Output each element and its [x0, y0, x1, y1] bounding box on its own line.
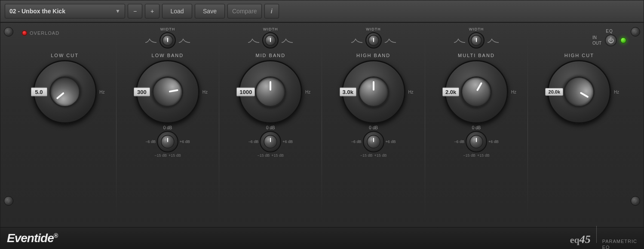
low-cut-large-knob[interactable]: 5.0 Hz — [33, 60, 97, 124]
bands-container: LOW CUT 5.0 Hz WIDTH — [3, 27, 641, 225]
low-band-large-knob[interactable]: 300 Hz — [136, 60, 199, 124]
mid-band-inner-knob[interactable] — [255, 76, 286, 107]
high-band-gain-knob[interactable] — [363, 131, 384, 152]
multi-band-width-knob[interactable] — [468, 32, 485, 49]
high-band-minus15: −15 dB — [360, 153, 373, 158]
high-band-gain-inner — [367, 135, 380, 149]
high-band-bell-right — [384, 36, 397, 44]
mid-band-width-knob[interactable] — [262, 32, 279, 49]
high-band-width-inner — [368, 35, 379, 46]
top-bar: 02 - Unbox the Kick ▼ − + Load Save Comp… — [0, 0, 644, 23]
mid-band-gain-area: 0 dB −6 dB +6 dB −15 dB +15 dB — [248, 125, 293, 158]
high-band-plus6: +6 dB — [386, 140, 396, 144]
multi-band-gain-area: 0 dB −6 dB +6 dB −15 dB +15 dB — [454, 125, 499, 158]
low-band-gain-range: −15 dB +15 dB — [154, 153, 181, 158]
load-button[interactable]: Load — [162, 4, 192, 18]
multi-band-minus6: −6 dB — [454, 140, 464, 144]
mid-band-large-knob[interactable]: 1000 Hz — [239, 60, 302, 124]
high-cut-large-knob[interactable]: 20.0k Hz — [547, 60, 611, 124]
high-band-freq-knob-area: 3.0k Hz — [342, 60, 405, 124]
mid-band-plus15: +15 dB — [271, 153, 284, 158]
high-band-knob-indicator — [373, 81, 374, 91]
high-band-width-area: WIDTH — [350, 27, 397, 49]
dropdown-arrow: ▼ — [115, 8, 120, 14]
screw-top-left — [4, 27, 13, 36]
high-band-bell-left — [350, 36, 363, 44]
mid-band-freq-knob-area: 1000 Hz — [239, 60, 302, 124]
main-area: OVERLOAD EQ IN OUT LOW CUT 5.0 — [0, 23, 644, 227]
mid-band-minus15: −15 dB — [257, 153, 270, 158]
multi-band-inner-knob[interactable] — [455, 71, 497, 113]
divider-1 — [116, 31, 117, 221]
mid-band-gain-inner — [264, 135, 277, 149]
low-band-gain-area: 0 dB −6 dB +6 dB −15 dB +15 dB — [145, 125, 190, 158]
multi-band-hz-label: Hz — [511, 90, 516, 94]
plugin-container: 02 - Unbox the Kick ▼ − + Load Save Comp… — [0, 0, 644, 249]
eq45-logo: eq45 PARAMETRICEQ — [570, 226, 637, 249]
mid-band-hz-label: Hz — [305, 90, 310, 94]
screw-top-right — [631, 27, 640, 36]
mid-band-label: MID BAND — [255, 53, 285, 58]
compare-button[interactable]: Compare — [227, 4, 262, 18]
low-band-width-area: WIDTH — [144, 27, 191, 49]
high-band-large-knob[interactable]: 3.0k Hz — [342, 60, 405, 124]
low-band-knob-indicator — [169, 89, 178, 93]
low-band-plus15: +15 dB — [169, 153, 181, 158]
multi-band-gain-knob[interactable] — [466, 131, 487, 152]
mid-band-plus6: +6 dB — [282, 140, 293, 144]
band-low-band: WIDTH — [125, 27, 211, 158]
band-multi-band: WIDTH — [433, 27, 519, 158]
mid-band-gain-knob[interactable] — [260, 131, 281, 152]
low-band-freq-knob-area: 300 Hz — [136, 60, 199, 124]
multi-band-width-area: WIDTH — [453, 27, 500, 49]
divider-4 — [425, 31, 425, 221]
multi-band-plus6: +6 dB — [488, 140, 499, 144]
parametric-label: PARAMETRICEQ — [602, 239, 637, 249]
high-band-inner-knob[interactable] — [358, 76, 389, 107]
high-band-hz-label: Hz — [408, 90, 413, 94]
multi-band-large-knob[interactable]: 2.0k Hz — [445, 60, 508, 124]
low-band-width-knob[interactable] — [159, 32, 176, 49]
low-band-gain-label: 0 dB — [163, 125, 172, 130]
low-band-gain-knob[interactable] — [157, 131, 178, 152]
low-cut-inner-knob[interactable] — [43, 70, 86, 113]
mid-band-width-label: WIDTH — [263, 27, 278, 31]
low-band-width-indicator — [167, 38, 168, 42]
high-band-width-knob-container — [350, 32, 397, 49]
low-band-plus6: +6 dB — [180, 140, 190, 144]
bottom-bar: Eventide® eq45 PARAMETRICEQ — [0, 227, 644, 249]
high-band-plus15: +15 dB — [374, 153, 387, 158]
plus-button[interactable]: + — [145, 4, 159, 18]
low-band-gain-inner — [161, 135, 175, 149]
high-band-gain-range: −15 dB +15 dB — [360, 153, 387, 158]
low-band-inner-knob[interactable] — [150, 74, 185, 109]
low-band-minus15: −15 dB — [154, 153, 167, 158]
low-cut-freq-value: 5.0 — [31, 88, 47, 97]
high-band-width-knob[interactable] — [365, 32, 382, 49]
high-band-gain-area: 0 dB −6 dB +6 dB −15 dB +15 dB — [351, 125, 396, 158]
low-band-hz-label: Hz — [202, 90, 208, 94]
low-cut-knob-indicator — [56, 92, 64, 99]
high-cut-label: HIGH CUT — [564, 53, 594, 58]
mid-band-gain-indicator — [270, 138, 271, 142]
band-high-band: WIDTH — [331, 27, 417, 158]
save-button[interactable]: Save — [195, 4, 225, 18]
info-button[interactable]: i — [264, 4, 279, 18]
multi-band-width-label: WIDTH — [469, 27, 484, 31]
minus-button[interactable]: − — [128, 4, 142, 18]
low-band-width-knob-container — [144, 32, 191, 49]
mid-band-width-inner — [265, 35, 276, 46]
mid-band-gain-db-labels: −6 dB +6 dB — [248, 131, 293, 152]
multi-band-gain-indicator — [476, 138, 477, 142]
high-cut-knob-indicator — [580, 92, 589, 98]
mid-band-bell-left — [247, 36, 260, 44]
mid-band-width-indicator — [270, 38, 271, 42]
screw-bottom-right — [631, 196, 640, 206]
band-mid-band: WIDTH — [227, 27, 313, 158]
high-band-width-label: WIDTH — [366, 27, 381, 31]
high-cut-freq-knob-area: 20.0k Hz — [547, 60, 611, 124]
multi-band-gain-db-labels: −6 dB +6 dB — [454, 131, 499, 152]
mid-band-gain-label: 0 dB — [266, 125, 275, 130]
high-cut-inner-knob[interactable] — [558, 71, 600, 113]
preset-dropdown[interactable]: 02 - Unbox the Kick ▼ — [5, 4, 125, 18]
